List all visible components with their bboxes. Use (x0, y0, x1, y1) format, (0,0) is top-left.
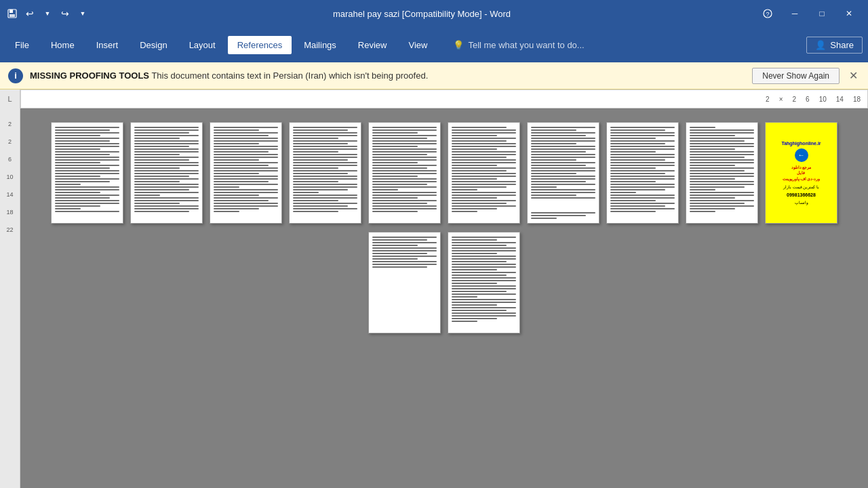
ad-arrow-icon: ← (795, 148, 808, 162)
main-area: 2 2 6 10 14 18 22 (0, 108, 868, 488)
ruler-horizontal: 2 × 2 6 10 14 18 (20, 89, 868, 108)
ad-tagline: با کمترین قیمت بازار (783, 184, 819, 190)
page-5-content (369, 123, 440, 216)
tab-insert[interactable]: Insert (87, 36, 128, 54)
svg-rect-1 (9, 9, 13, 13)
lightbulb-icon: 💡 (453, 40, 464, 50)
horizontal-ruler: L 2 × 2 6 10 14 18 (0, 89, 868, 108)
window-title: marahel pay sazi [Compatibility Mode] - … (90, 9, 754, 19)
page-thumbnail-4[interactable] (289, 122, 361, 224)
share-label: Share (830, 40, 854, 50)
vertical-ruler: 2 2 6 10 14 18 22 (0, 108, 20, 488)
page-3-content (210, 123, 281, 216)
redo-icon[interactable]: ↪ (58, 7, 72, 20)
ribbon-search[interactable]: 💡 Tell me what you want to do... (453, 40, 804, 50)
notification-title: MISSING PROOFING TOOLS (30, 70, 149, 81)
notification-message: This document contains text in Persian (… (151, 70, 428, 81)
person-icon: 👤 (815, 40, 826, 50)
tab-layout[interactable]: Layout (180, 36, 225, 54)
titlebar: ↩ ▼ ↪ ▼ marahel pay sazi [Compatibility … (0, 0, 868, 27)
page-thumbnail-9[interactable] (686, 122, 758, 224)
ribbon: File Home Insert Design Layout Reference… (0, 27, 868, 62)
vertical-ruler-numbers: 2 2 6 10 14 18 22 (0, 115, 20, 239)
page-thumbnail-8[interactable] (606, 122, 679, 224)
tab-mailings[interactable]: Mailings (294, 36, 346, 54)
maximize-button[interactable]: □ (808, 0, 835, 27)
undo-dropdown-icon[interactable]: ▼ (41, 7, 54, 20)
page-8-content (607, 123, 678, 216)
tab-view[interactable]: View (399, 36, 437, 54)
pages-row-2 (368, 232, 520, 333)
page-thumbnail-12[interactable] (448, 232, 520, 333)
ad-phone: 09981366628 (787, 192, 816, 197)
tab-references[interactable]: References (228, 36, 292, 54)
notification-text: MISSING PROOFING TOOLS This document con… (30, 70, 745, 81)
never-show-again-button[interactable]: Never Show Again (752, 68, 840, 84)
document-area[interactable]: Tahghighonline.ir ← مرجع دانلودفایلورد-د… (20, 108, 868, 488)
close-button[interactable]: ✕ (835, 0, 863, 27)
page-thumbnail-3[interactable] (210, 122, 282, 224)
window-controls: ? ─ □ ✕ (754, 0, 863, 27)
pages-row-1: Tahghighonline.ir ← مرجع دانلودفایلورد-د… (51, 122, 837, 224)
page-thumbnail-5[interactable] (368, 122, 441, 224)
customize-icon[interactable]: ▼ (76, 7, 90, 20)
svg-text:?: ? (766, 11, 769, 18)
svg-rect-2 (9, 14, 15, 17)
undo-icon[interactable]: ↩ (23, 7, 37, 20)
minimize-button[interactable]: ─ (781, 0, 808, 27)
ruler-corner[interactable]: L (0, 89, 20, 108)
page-thumbnail-11[interactable] (368, 232, 441, 333)
tab-review[interactable]: Review (349, 36, 397, 54)
share-button[interactable]: 👤 Share (806, 37, 863, 54)
notification-close-button[interactable]: ✕ (846, 69, 860, 83)
ad-note: واتساپ (795, 200, 808, 205)
tab-design[interactable]: Design (130, 36, 176, 54)
page-2-content (131, 123, 202, 216)
page-10-ad-content: Tahghighonline.ir ← مرجع دانلودفایلورد-د… (766, 123, 837, 223)
tab-file[interactable]: File (5, 36, 39, 54)
page-thumbnail-6[interactable] (448, 122, 520, 224)
page-thumbnail-7[interactable] (527, 122, 599, 224)
titlebar-left-icons: ↩ ▼ ↪ ▼ (5, 7, 90, 20)
page-7-content (528, 123, 599, 223)
help-button[interactable]: ? (754, 0, 781, 27)
search-placeholder: Tell me what you want to do... (468, 40, 584, 50)
ad-site-name: Tahghighonline.ir (781, 141, 821, 146)
notification-bar: i MISSING PROOFING TOOLS This document c… (0, 62, 868, 89)
page-12-content (448, 232, 519, 326)
page-1-content (52, 123, 123, 216)
ruler-tick-labels: 2 × 2 6 10 14 18 (766, 95, 861, 102)
ad-description: مرجع دانلودفایلورد-دی اف-پاورپوینت (783, 165, 821, 182)
page-11-content (369, 232, 440, 272)
page-6-content (448, 123, 519, 216)
page-thumbnail-2[interactable] (130, 122, 203, 224)
save-icon[interactable] (5, 7, 19, 20)
page-4-content (290, 123, 361, 216)
page-9-content (686, 123, 757, 216)
page-thumbnail-1[interactable] (51, 122, 123, 224)
tab-home[interactable]: Home (41, 36, 84, 54)
info-icon: i (8, 68, 23, 83)
page-thumbnail-10[interactable]: Tahghighonline.ir ← مرجع دانلودفایلورد-د… (765, 122, 837, 224)
